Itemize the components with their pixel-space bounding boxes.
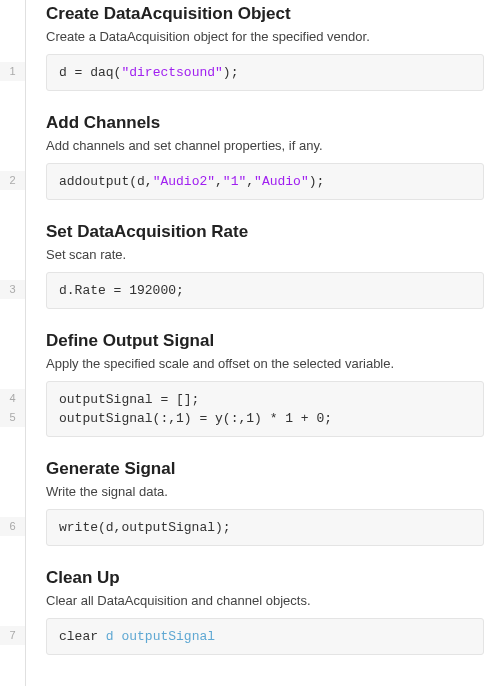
section-heading: Create DataAcquisition Object (46, 4, 484, 24)
section: Define Output SignalApply the specified … (46, 331, 484, 437)
section-heading: Define Output Signal (46, 331, 484, 351)
section-description: Set scan rate. (46, 247, 484, 262)
content-area: Create DataAcquisition ObjectCreate a Da… (26, 0, 504, 686)
code-block[interactable]: addoutput(d,"Audio2","1","Audio"); (46, 163, 484, 200)
line-number: 1 (0, 62, 26, 81)
section-heading: Add Channels (46, 113, 484, 133)
line-number-gutter: 1234567 (0, 0, 26, 686)
code-block[interactable]: d.Rate = 192000; (46, 272, 484, 309)
line-number: 3 (0, 280, 26, 299)
code-block[interactable]: outputSignal = []; outputSignal(:,1) = y… (46, 381, 484, 437)
line-number: 7 (0, 626, 26, 645)
page: 1234567 Create DataAcquisition ObjectCre… (0, 0, 504, 686)
section: Clean UpClear all DataAcquisition and ch… (46, 568, 484, 655)
line-number: 5 (0, 408, 26, 427)
section-description: Clear all DataAcquisition and channel ob… (46, 593, 484, 608)
line-number: 2 (0, 171, 26, 190)
code-block[interactable]: write(d,outputSignal); (46, 509, 484, 546)
code-block[interactable]: clear d outputSignal (46, 618, 484, 655)
code-block[interactable]: d = daq("directsound"); (46, 54, 484, 91)
section: Add ChannelsAdd channels and set channel… (46, 113, 484, 200)
section-heading: Clean Up (46, 568, 484, 588)
section: Generate SignalWrite the signal data.wri… (46, 459, 484, 546)
section-description: Write the signal data. (46, 484, 484, 499)
section: Set DataAcquisition RateSet scan rate.d.… (46, 222, 484, 309)
section-description: Add channels and set channel properties,… (46, 138, 484, 153)
line-number: 6 (0, 517, 26, 536)
section-description: Apply the specified scale and offset on … (46, 356, 484, 371)
section-heading: Set DataAcquisition Rate (46, 222, 484, 242)
section-heading: Generate Signal (46, 459, 484, 479)
section: Create DataAcquisition ObjectCreate a Da… (46, 4, 484, 91)
section-description: Create a DataAcquisition object for the … (46, 29, 484, 44)
line-number: 4 (0, 389, 26, 408)
